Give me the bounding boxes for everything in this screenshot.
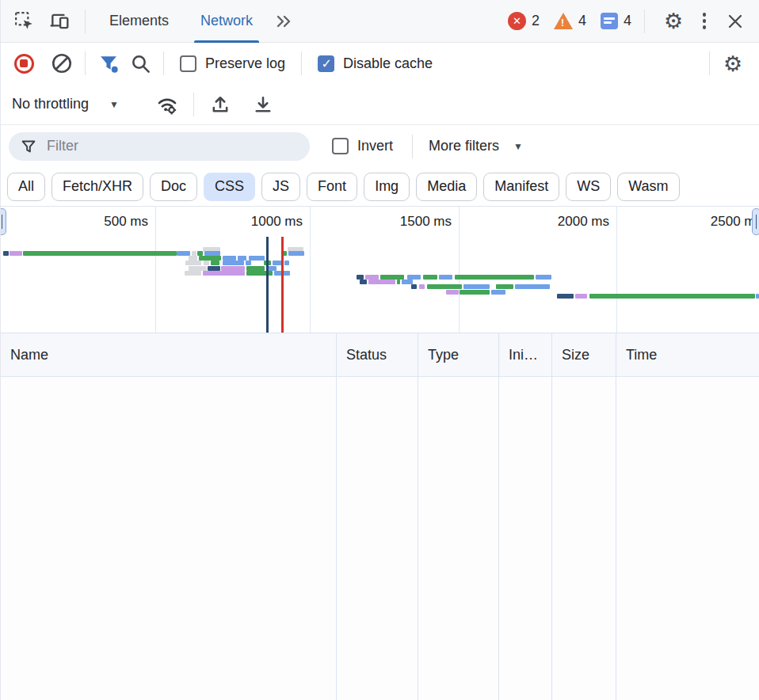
waterfall-bar-ssl bbox=[203, 271, 245, 276]
column-header-type[interactable]: Type bbox=[418, 333, 498, 377]
waterfall-bar-download bbox=[249, 256, 265, 261]
disable-cache-checkbox[interactable] bbox=[318, 55, 334, 72]
search-icon bbox=[130, 53, 151, 74]
network-conditions-button[interactable] bbox=[152, 89, 182, 120]
tab-elements[interactable]: Elements bbox=[95, 0, 183, 43]
resource-chips: AllFetch/XHRDocCSSJSFontImgMediaManifest… bbox=[1, 167, 759, 207]
waterfall-bar-stalled bbox=[185, 261, 201, 265]
overview-gridline bbox=[310, 207, 311, 333]
devtools-settings-button[interactable]: ⚙ bbox=[658, 6, 689, 36]
preserve-log-checkbox[interactable] bbox=[180, 55, 196, 72]
waterfall-bar-wait bbox=[23, 251, 177, 256]
column-header-ini[interactable]: Ini… bbox=[499, 333, 551, 377]
chip-manifest[interactable]: Manifest bbox=[483, 173, 559, 201]
device-toolbar-button[interactable] bbox=[44, 6, 75, 36]
waterfall-bar-download bbox=[515, 284, 550, 289]
table-column-status: Status bbox=[337, 333, 418, 700]
chip-img[interactable]: Img bbox=[364, 173, 410, 201]
waterfall-bar-wait bbox=[427, 284, 462, 289]
chip-all[interactable]: All bbox=[7, 173, 45, 201]
waterfall-bar-connect bbox=[557, 294, 574, 299]
overview-gridline bbox=[459, 207, 460, 333]
network-conditions-toolbar: No throttling ▼ bbox=[1, 84, 759, 125]
column-body bbox=[499, 377, 551, 700]
record-network-log-button[interactable] bbox=[9, 48, 39, 78]
chip-js[interactable]: JS bbox=[261, 173, 300, 201]
disable-cache-label: Disable cache bbox=[343, 55, 433, 72]
waterfall-bar-download bbox=[177, 251, 190, 256]
overview-right-handle[interactable] bbox=[752, 208, 759, 235]
divider bbox=[301, 51, 302, 75]
issues-count: 4 bbox=[624, 13, 631, 29]
more-tabs-icon bbox=[274, 13, 293, 29]
column-header-name[interactable]: Name bbox=[1, 333, 336, 377]
waterfall-bar-wait bbox=[211, 261, 219, 265]
throttling-dropdown[interactable]: No throttling ▼ bbox=[12, 96, 119, 112]
gear-icon: ⚙ bbox=[664, 10, 683, 32]
chip-css[interactable]: CSS bbox=[204, 173, 255, 201]
devtools-menu-button[interactable] bbox=[692, 6, 716, 36]
waterfall-bar-download bbox=[756, 294, 759, 299]
chip-wasm[interactable]: Wasm bbox=[617, 173, 679, 201]
overview-tick-label: 1000 ms bbox=[251, 214, 303, 230]
search-button[interactable] bbox=[125, 48, 155, 78]
more-tabs-button[interactable] bbox=[270, 6, 297, 36]
invert-checkbox[interactable] bbox=[332, 138, 349, 154]
network-settings-button[interactable]: ⚙ bbox=[718, 48, 748, 78]
column-header-time[interactable]: Time bbox=[616, 333, 759, 377]
table-column-size: Size bbox=[552, 333, 616, 700]
clear-network-log-button[interactable] bbox=[47, 48, 77, 78]
waterfall-bar-ssl bbox=[368, 280, 395, 284]
funnel-icon bbox=[20, 138, 37, 155]
overview-left-handle[interactable] bbox=[1, 208, 6, 235]
waterfall-bar-wait bbox=[455, 275, 534, 280]
waterfall-bar-wait bbox=[423, 275, 437, 280]
table-column-name: Name bbox=[1, 333, 337, 700]
column-body bbox=[337, 377, 418, 700]
tab-elements-label: Elements bbox=[109, 13, 169, 29]
inspect-element-button[interactable] bbox=[9, 6, 40, 36]
divider bbox=[163, 51, 164, 75]
chip-ws[interactable]: WS bbox=[566, 173, 611, 201]
waterfall-bar-wait bbox=[460, 290, 490, 295]
warnings-count: 4 bbox=[578, 13, 586, 29]
more-filters-dropdown[interactable]: More filters ▼ bbox=[429, 138, 523, 154]
disable-cache-toggle[interactable]: Disable cache bbox=[310, 55, 441, 72]
column-body bbox=[418, 377, 498, 700]
close-devtools-button[interactable] bbox=[719, 6, 751, 36]
invert-label: Invert bbox=[357, 138, 393, 154]
export-har-button[interactable] bbox=[248, 89, 278, 120]
waterfall-bar-stalled bbox=[185, 271, 201, 276]
waterfall-bar-connect bbox=[360, 280, 367, 284]
overview-canvas[interactable]: 500 ms1000 ms1500 ms2000 ms2500 ms bbox=[1, 207, 759, 333]
warnings-badge[interactable]: ! 4 bbox=[554, 13, 586, 29]
network-filter-bar: Filter Invert More filters ▼ bbox=[1, 125, 759, 167]
column-header-status[interactable]: Status bbox=[337, 333, 418, 377]
table-column-type: Type bbox=[418, 333, 499, 700]
errors-badge[interactable]: ✕ 2 bbox=[508, 12, 540, 30]
error-icon: ✕ bbox=[508, 12, 526, 30]
record-icon bbox=[14, 54, 34, 74]
divider bbox=[193, 93, 194, 116]
import-har-button[interactable] bbox=[205, 89, 235, 120]
divider bbox=[709, 51, 710, 75]
waterfall-bar-ssl bbox=[446, 290, 459, 295]
preserve-log-toggle[interactable]: Preserve log bbox=[172, 55, 293, 72]
issues-badge[interactable]: 4 bbox=[601, 13, 631, 29]
chip-doc[interactable]: Doc bbox=[150, 173, 197, 201]
column-header-size[interactable]: Size bbox=[552, 333, 616, 377]
waterfall-bar-wait bbox=[496, 284, 513, 289]
inspect-cursor-icon bbox=[14, 11, 35, 32]
overview-tick-label: 1500 ms bbox=[400, 214, 452, 230]
divider bbox=[85, 51, 86, 75]
filter-input[interactable]: Filter bbox=[9, 132, 310, 161]
divider bbox=[412, 135, 413, 158]
table-column-ini: Ini… bbox=[499, 333, 552, 700]
chip-media[interactable]: Media bbox=[416, 173, 477, 201]
chip-fetch-xhr[interactable]: Fetch/XHR bbox=[51, 173, 143, 201]
waterfall-bar-ssl bbox=[575, 294, 587, 299]
tab-network[interactable]: Network bbox=[186, 0, 267, 43]
invert-toggle[interactable]: Invert bbox=[322, 138, 402, 154]
filter-toggle-button[interactable] bbox=[93, 48, 124, 78]
chip-font[interactable]: Font bbox=[307, 173, 357, 201]
